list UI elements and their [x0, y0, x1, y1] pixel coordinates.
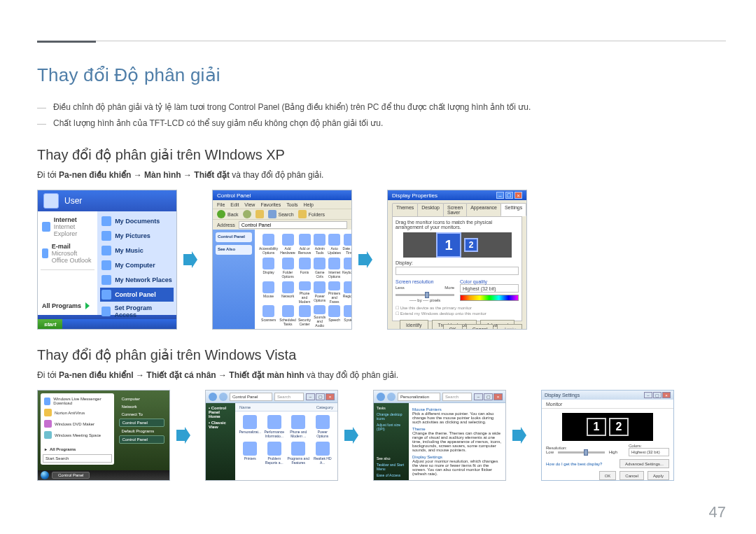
- maximize-button[interactable]: ▢: [484, 393, 493, 400]
- forward-button[interactable]: [387, 393, 396, 401]
- close-button[interactable]: ×: [662, 392, 671, 398]
- menu-item[interactable]: Favorites: [260, 202, 281, 207]
- start-search-input[interactable]: Start Search: [43, 454, 112, 463]
- menu-item[interactable]: View: [244, 202, 255, 207]
- search-input[interactable]: Search: [442, 393, 472, 401]
- start-right-item[interactable]: My Computer: [100, 258, 174, 272]
- cp-item[interactable]: Add Hardware: [279, 234, 296, 256]
- monitor-1[interactable]: 1: [587, 418, 606, 436]
- cp-item[interactable]: Programs and Features: [287, 442, 310, 467]
- menu-item[interactable]: Edit: [230, 202, 239, 207]
- start-item[interactable]: E-mailMicrosoft Office Outlook: [41, 241, 94, 266]
- color-quality-select[interactable]: Highest (32 bit): [460, 284, 519, 293]
- display-select[interactable]: [396, 267, 519, 275]
- back-button[interactable]: Back: [217, 210, 239, 218]
- start-right-item[interactable]: Network: [119, 403, 164, 410]
- cp-item[interactable]: Realtek HD A...: [312, 442, 335, 467]
- cp-item[interactable]: Sounds and Audio: [313, 305, 326, 328]
- monitor-2[interactable]: 2: [609, 418, 629, 436]
- start-right-item[interactable]: Set Program Access: [100, 302, 174, 321]
- close-button[interactable]: ×: [493, 393, 503, 400]
- forward-button[interactable]: [243, 210, 251, 218]
- cp-item[interactable]: Printers: [239, 442, 262, 467]
- advanced-settings-button[interactable]: Advanced Settings...: [620, 459, 669, 468]
- cp-item[interactable]: Performance Informatio...: [263, 415, 286, 440]
- monitor-arrangement[interactable]: 1 2: [562, 413, 653, 441]
- resolution-slider[interactable]: [558, 451, 605, 454]
- search-button[interactable]: Search: [268, 210, 294, 218]
- start-right-item[interactable]: Control Panel: [119, 435, 164, 444]
- slider-thumb-icon[interactable]: [425, 292, 429, 298]
- address-bar[interactable]: Personalization: [398, 393, 440, 401]
- forward-button[interactable]: [219, 393, 227, 401]
- maximize-button[interactable]: ▢: [316, 393, 325, 400]
- cp-item[interactable]: Date and Time: [342, 234, 351, 256]
- side-link[interactable]: Ease of Access: [377, 473, 406, 477]
- minimize-button[interactable]: –: [306, 393, 315, 400]
- cp-item[interactable]: Accessibility Options: [259, 234, 278, 256]
- side-link[interactable]: Adjust font size (DPI): [377, 423, 406, 431]
- side-link[interactable]: Taskbar and Start Menu: [377, 463, 406, 471]
- cp-item[interactable]: Regional: [342, 281, 351, 304]
- search-input[interactable]: Search: [274, 393, 304, 401]
- start-right-item[interactable]: Control Panel: [119, 419, 164, 427]
- start-orb-icon[interactable]: [41, 471, 49, 479]
- col-name[interactable]: Name: [239, 405, 251, 409]
- side-item[interactable]: • Control Panel Home: [209, 406, 232, 419]
- menu-item[interactable]: Tools: [286, 202, 298, 207]
- primary-monitor-check[interactable]: ☐ Use this device as the primary monitor: [396, 305, 519, 311]
- cp-item[interactable]: Phone and Modem: [298, 281, 312, 304]
- cp-item[interactable]: Keyboard: [342, 258, 351, 280]
- back-button[interactable]: [209, 393, 217, 401]
- cp-item[interactable]: Display: [259, 258, 278, 280]
- extend-desktop-check[interactable]: ☐ Extend my Windows desktop onto this mo…: [396, 311, 519, 316]
- cp-item[interactable]: Mouse: [259, 281, 278, 304]
- tab-settings[interactable]: Settings: [500, 203, 526, 216]
- cancel-button[interactable]: Cancel: [466, 324, 494, 330]
- identify-button[interactable]: Identify: [400, 320, 428, 330]
- ok-button[interactable]: OK: [443, 324, 463, 330]
- cp-item[interactable]: Auto Updates: [328, 234, 341, 256]
- start-item[interactable]: Windows Live Messenger Download: [43, 395, 112, 407]
- maximize-button[interactable]: ▢: [653, 392, 662, 398]
- minimize-button[interactable]: –: [496, 192, 504, 199]
- cancel-button[interactable]: Cancel: [620, 471, 644, 480]
- folders-button[interactable]: Folders: [298, 210, 325, 218]
- start-item[interactable]: InternetInternet Explorer: [41, 214, 94, 239]
- cp-item[interactable]: Security Center: [298, 305, 312, 328]
- cp-item[interactable]: Power Options: [312, 415, 335, 440]
- col-category[interactable]: Category: [316, 405, 333, 409]
- cp-item[interactable]: System: [342, 305, 351, 328]
- help-link[interactable]: How do I get the best display?: [546, 462, 602, 466]
- start-item[interactable]: Windows DVD Maker: [43, 419, 112, 429]
- monitor-arrangement[interactable]: 1 2: [403, 232, 512, 258]
- tab-appearance[interactable]: Appearance: [466, 203, 501, 216]
- all-programs[interactable]: ▸ All Programs: [43, 444, 112, 454]
- close-button[interactable]: ×: [514, 192, 522, 199]
- cp-item[interactable]: Personalizat...: [239, 415, 262, 440]
- start-right-item[interactable]: My Network Places: [100, 273, 174, 287]
- slider-thumb-icon[interactable]: [584, 449, 588, 456]
- cp-item[interactable]: Fonts: [298, 258, 312, 280]
- cp-item[interactable]: Add or Remove: [298, 234, 312, 256]
- taskbar-item[interactable]: Control Panel: [52, 472, 90, 479]
- start-right-item[interactable]: My Music: [100, 244, 174, 258]
- cp-item[interactable]: Network: [279, 281, 296, 304]
- monitor-1[interactable]: 1: [436, 232, 461, 258]
- side-link[interactable]: Change desktop icons: [377, 412, 406, 421]
- cp-item[interactable]: Printers and Faxes: [328, 281, 341, 304]
- cp-item[interactable]: Speech: [328, 305, 341, 328]
- minimize-button[interactable]: –: [644, 392, 652, 398]
- start-right-item[interactable]: My Pictures: [100, 229, 174, 243]
- start-item[interactable]: Windows Meeting Space: [43, 430, 112, 440]
- start-right-item[interactable]: Connect To: [119, 411, 164, 418]
- cp-item[interactable]: Scheduled Tasks: [279, 305, 296, 328]
- start-right-item[interactable]: Control Panel: [100, 288, 174, 302]
- tab-themes[interactable]: Themes: [392, 203, 418, 216]
- cp-item[interactable]: Problem Reports a...: [263, 442, 286, 467]
- minimize-button[interactable]: –: [474, 393, 483, 400]
- maximize-button[interactable]: ▢: [505, 192, 513, 199]
- cp-item[interactable]: Folder Options: [279, 258, 296, 280]
- menu-item[interactable]: Help: [304, 202, 314, 207]
- resolution-slider[interactable]: [396, 294, 454, 296]
